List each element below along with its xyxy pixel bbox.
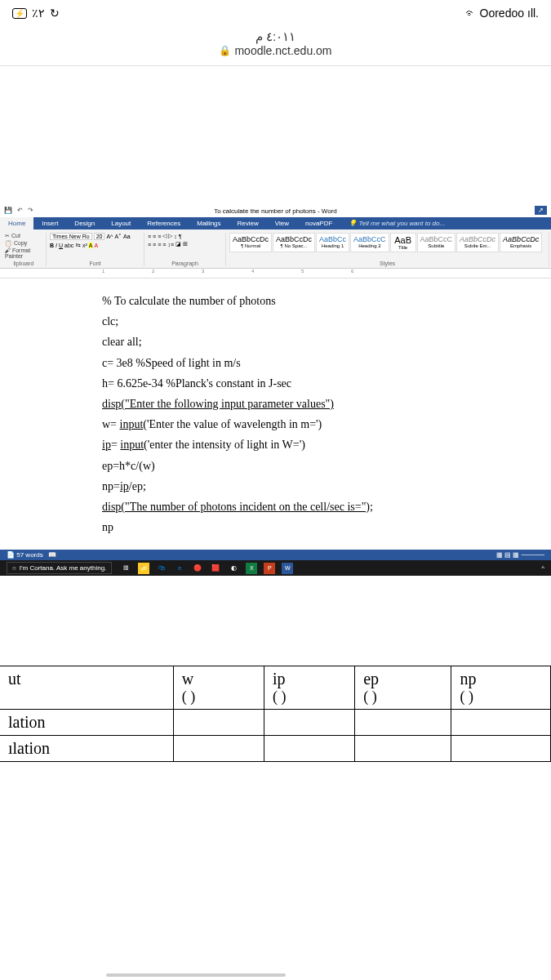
- tray-up-icon[interactable]: ^: [541, 564, 544, 572]
- tell-me-search[interactable]: 💡 Tell me what you want to do...: [340, 217, 453, 229]
- doc-line[interactable]: % To calculate the number of photons: [102, 291, 551, 311]
- numbering-icon[interactable]: ≡: [153, 234, 156, 239]
- cortana-search[interactable]: ○ I'm Cortana. Ask me anything.: [7, 562, 112, 574]
- tab-design[interactable]: Design: [66, 217, 103, 229]
- window-controls[interactable]: ↗: [535, 207, 547, 214]
- tab-novapdf[interactable]: novaPDF: [297, 217, 340, 229]
- windows-taskbar: ○ I'm Cortana. Ask me anything. ⊞ 📁 🛍 e …: [0, 560, 551, 576]
- indent-left-icon[interactable]: ◁: [162, 233, 167, 239]
- undo-icon[interactable]: ↶: [17, 207, 23, 214]
- strikethrough-button[interactable]: abc: [64, 243, 73, 248]
- align-left-icon[interactable]: ≡: [148, 242, 151, 247]
- word-statusbar: 📄 57 words 📖 ▦ ▤ ▦ ─────: [0, 550, 551, 560]
- style-subtitle[interactable]: AaBbCcCSubtitle: [417, 233, 456, 252]
- font-size-select[interactable]: 20: [94, 233, 105, 240]
- col-w: w( ): [173, 666, 264, 710]
- font-color-button[interactable]: A: [94, 243, 98, 248]
- cut-button[interactable]: ✂ Cut: [5, 233, 42, 239]
- justify-icon[interactable]: ≡: [162, 242, 166, 247]
- doc-line[interactable]: w= input('Enter the value of wavelength …: [102, 414, 551, 434]
- shading-icon[interactable]: ◪: [176, 241, 181, 247]
- tab-review[interactable]: Review: [229, 217, 267, 229]
- col-np: np( ): [451, 666, 551, 710]
- doc-line[interactable]: np: [102, 517, 551, 537]
- file-explorer-icon[interactable]: 📁: [138, 563, 149, 574]
- style-emphasis[interactable]: AaBbCcDcEmphasis: [500, 233, 542, 252]
- sort-icon[interactable]: ↕: [174, 234, 177, 239]
- bullets-icon[interactable]: ≡: [148, 234, 151, 239]
- underline-button[interactable]: U: [59, 243, 63, 248]
- style-subtle-em[interactable]: AaBbCcDcSubtle Em...: [456, 233, 499, 252]
- table-row: ılation: [0, 736, 551, 762]
- store-icon[interactable]: 🛍: [156, 563, 167, 574]
- change-case-icon[interactable]: Aa: [123, 234, 131, 239]
- app-icon-1[interactable]: 🟥: [210, 563, 221, 574]
- refresh-icon[interactable]: ↻: [50, 7, 60, 20]
- word-count[interactable]: 📄 57 words 📖: [7, 551, 56, 559]
- format-painter-button[interactable]: 🖌 Format Painter: [5, 247, 42, 259]
- align-center-icon[interactable]: ≡: [153, 242, 156, 247]
- mobile-status-bar: ⚡ ٪۲ ↻ ᯤ Ooredoo ıll.: [0, 0, 551, 26]
- tab-mailings[interactable]: Mailings: [189, 217, 229, 229]
- paragraph-group: ≡ ≡ ≡ ◁ ▷ ↕ ¶ ≡ ≡ ≡ ≡ ↕≡ ◪ ⊞ P: [144, 233, 226, 266]
- grow-font-icon[interactable]: A^: [106, 234, 113, 239]
- tab-layout[interactable]: Layout: [103, 217, 139, 229]
- ruler[interactable]: 1 2 3 4 5 6: [0, 269, 551, 278]
- doc-line[interactable]: clear all;: [102, 332, 551, 352]
- doc-line[interactable]: c= 3e8 %Speed of light in m/s: [102, 353, 551, 373]
- shrink-font-icon[interactable]: A˅: [114, 234, 122, 240]
- task-view-icon[interactable]: ⊞: [120, 563, 131, 574]
- style-nospacing[interactable]: AaBbCcDc¶ No Spac...: [273, 233, 315, 252]
- ribbon-tabs: Home Insert Design Layout References Mai…: [0, 217, 551, 229]
- clipboard-group: ✂ Cut 📋 Copy 🖌 Format Painter lipboard: [2, 233, 47, 266]
- quick-access-toolbar[interactable]: 💾 ↶ ↷: [4, 207, 33, 214]
- doc-line[interactable]: disp("The number of photons incident on …: [102, 497, 551, 517]
- excel-icon[interactable]: X: [246, 563, 257, 574]
- document-area[interactable]: % To calculate the number of photonsclc;…: [0, 278, 551, 550]
- doc-line[interactable]: disp("Enter the following input paramete…: [102, 394, 551, 414]
- view-controls[interactable]: ▦ ▤ ▦ ─────: [496, 551, 544, 559]
- share-icon[interactable]: ↗: [535, 206, 547, 215]
- doc-line[interactable]: ip= input('enter the intensity of light …: [102, 434, 551, 455]
- save-icon[interactable]: 💾: [4, 207, 12, 214]
- powerpoint-icon[interactable]: P: [264, 563, 275, 574]
- carrier-label: Ooredoo: [480, 7, 524, 20]
- align-right-icon[interactable]: ≡: [158, 242, 161, 247]
- tab-references[interactable]: References: [139, 217, 189, 229]
- tab-home[interactable]: Home: [0, 217, 33, 229]
- app-icon-2[interactable]: ◐: [228, 563, 239, 574]
- style-normal[interactable]: AaBbCcDc¶ Normal: [229, 233, 272, 252]
- clipboard-label: lipboard: [5, 261, 42, 266]
- url-display[interactable]: 🔒 moodle.nct.edu.om: [0, 44, 551, 57]
- borders-icon[interactable]: ⊞: [183, 241, 188, 247]
- doc-line[interactable]: h= 6.625e-34 %Planck's constant in J-sec: [102, 373, 551, 394]
- indent-right-icon[interactable]: ▷: [168, 233, 172, 239]
- bold-button[interactable]: B: [50, 243, 54, 248]
- font-group: Times New Ro 20 A^ A˅ Aa B I U abc x₂ x²…: [47, 233, 144, 266]
- edge-icon[interactable]: e: [174, 563, 185, 574]
- font-label: Font: [50, 261, 140, 266]
- style-heading1[interactable]: AaBbCcHeading 1: [316, 233, 349, 252]
- tab-insert[interactable]: Insert: [33, 217, 66, 229]
- doc-line[interactable]: ep=h*c/(w): [102, 456, 551, 476]
- word-icon[interactable]: W: [282, 563, 293, 574]
- tab-view[interactable]: View: [267, 217, 297, 229]
- style-heading2[interactable]: AaBbCcCHeading 2: [350, 233, 389, 252]
- multilevel-icon[interactable]: ≡: [158, 234, 161, 239]
- doc-line[interactable]: clc;: [102, 311, 551, 332]
- style-title[interactable]: AaBTitle: [390, 233, 416, 252]
- redo-icon[interactable]: ↷: [28, 207, 33, 214]
- subscript-button[interactable]: x₂: [75, 242, 81, 248]
- show-marks-icon[interactable]: ¶: [179, 234, 182, 239]
- line-spacing-icon[interactable]: ↕≡: [167, 242, 174, 247]
- superscript-button[interactable]: x²: [82, 243, 87, 248]
- doc-line[interactable]: np=ip/ep;: [102, 476, 551, 497]
- italic-button[interactable]: I: [56, 243, 57, 248]
- copy-button[interactable]: 📋 Copy: [5, 240, 42, 247]
- styles-gallery[interactable]: AaBbCcDc¶ Normal AaBbCcDc¶ No Spac... Aa…: [229, 233, 545, 252]
- highlight-button[interactable]: A: [89, 243, 93, 248]
- data-table: ut w( ) ip( ) ep( ) np( ) lation ılation: [0, 666, 551, 762]
- chrome-icon[interactable]: 🔴: [192, 563, 203, 574]
- font-name-select[interactable]: Times New Ro: [50, 233, 92, 240]
- document-content[interactable]: % To calculate the number of photonsclc;…: [102, 291, 551, 537]
